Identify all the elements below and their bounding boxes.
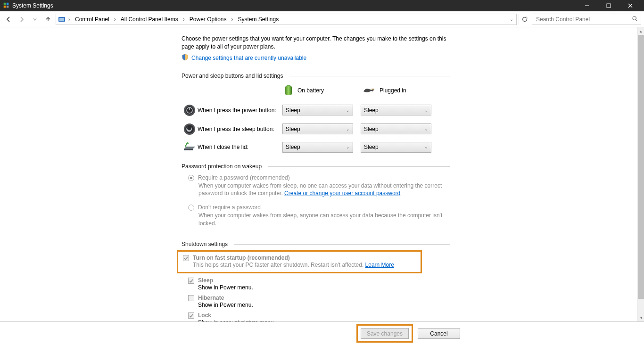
chevron-right-icon[interactable]: ›: [230, 16, 234, 23]
section-shutdown: Shutdown settings: [182, 241, 450, 247]
radio-require-password: Require a password (recommended): [188, 174, 628, 181]
checkbox[interactable]: [183, 255, 189, 261]
recent-dropdown-button[interactable]: [29, 14, 41, 25]
create-password-link[interactable]: Create or change your user account passw…: [284, 190, 400, 197]
power-plugged-dropdown[interactable]: Sleep⌄: [361, 105, 431, 115]
svg-line-11: [636, 19, 637, 21]
svg-rect-2: [4, 5, 6, 7]
section-power-buttons: Power and sleep buttons and lid settings: [182, 73, 450, 79]
checkbox-title: Turn on fast startup (recommended): [193, 255, 394, 261]
search-input[interactable]: [535, 16, 638, 23]
back-button[interactable]: [3, 14, 14, 25]
maximize-button[interactable]: [598, 0, 619, 11]
breadcrumb-power-options[interactable]: Power Options: [188, 16, 229, 23]
section-password: Password protection on wakeup: [182, 163, 450, 170]
lid-battery-dropdown[interactable]: Sleep⌄: [282, 142, 353, 153]
svg-rect-1: [7, 2, 8, 4]
dropdown-value: Sleep: [364, 107, 379, 114]
chevron-right-icon[interactable]: ›: [182, 16, 186, 23]
save-changes-button[interactable]: Save changes: [361, 328, 409, 339]
radio-button[interactable]: [188, 175, 194, 181]
chevron-down-icon: ⌄: [424, 108, 428, 113]
highlight-fast-startup: Turn on fast startup (recommended) This …: [177, 250, 422, 273]
chevron-right-icon[interactable]: ›: [67, 16, 71, 23]
radio-no-password-desc: When your computer wakes from sleep, any…: [198, 212, 448, 228]
plug-icon: [363, 86, 375, 96]
checkbox-lock: Lock Show in account picture menu.: [188, 312, 628, 321]
power-battery-dropdown[interactable]: Sleep⌄: [282, 105, 353, 115]
breadcrumb-control-panel[interactable]: Control Panel: [73, 16, 111, 23]
change-unavailable-link[interactable]: Change settings that are currently unava…: [191, 55, 306, 61]
svg-rect-9: [59, 18, 64, 21]
content-area: Choose the power settings that you want …: [0, 27, 637, 321]
learn-more-link[interactable]: Learn More: [365, 262, 394, 268]
row-sleep-label: When I press the sleep button:: [198, 126, 282, 132]
lid-plugged-dropdown[interactable]: Sleep⌄: [361, 142, 431, 153]
chevron-down-icon[interactable]: ⌄: [509, 16, 514, 22]
row-lid-label: When I close the lid:: [198, 144, 282, 150]
address-bar[interactable]: › Control Panel › All Control Panel Item…: [56, 14, 517, 25]
divider: [289, 76, 450, 76]
dropdown-value: Sleep: [286, 126, 300, 132]
row-power-label: When I press the power button:: [198, 107, 282, 114]
up-button[interactable]: [42, 14, 54, 25]
checkbox[interactable]: [188, 295, 194, 301]
svg-rect-5: [607, 4, 611, 8]
breadcrumb-all-items[interactable]: All Control Panel Items: [119, 16, 180, 23]
radio-label: Require a password (recommended): [198, 174, 290, 181]
checkbox-sub: Show in Power menu.: [198, 302, 253, 308]
highlight-save-button: Save changes: [356, 324, 413, 343]
svg-rect-13: [285, 86, 292, 95]
checkbox-sub: This helps start your PC faster after sh…: [193, 262, 394, 268]
vertical-scrollbar[interactable]: ▴ ▾: [637, 27, 644, 321]
radio-button[interactable]: [188, 205, 194, 211]
svg-point-10: [633, 16, 636, 20]
row-sleep-button: When I press the sleep button: Sleep⌄ Sl…: [182, 123, 628, 135]
sub-text: This helps start your PC faster after sh…: [193, 262, 365, 268]
checkbox-title: Hibernate: [198, 295, 253, 301]
checkbox-fast-startup: Turn on fast startup (recommended) This …: [183, 255, 418, 268]
svg-rect-0: [4, 2, 6, 4]
window-controls: [576, 0, 641, 11]
radio-label: Don't require a password: [198, 204, 261, 211]
minimize-button[interactable]: [576, 0, 598, 11]
refresh-button[interactable]: [519, 14, 530, 25]
navbar: › Control Panel › All Control Panel Item…: [0, 11, 644, 27]
row-power-button: When I press the power button: Sleep⌄ Sl…: [182, 104, 628, 116]
checkbox-sub: Show in Power menu.: [198, 284, 253, 291]
checkbox[interactable]: [188, 278, 194, 284]
page-description: Choose the power settings that you want …: [182, 35, 450, 51]
col-plugged-label: Plugged in: [380, 87, 406, 94]
radio-require-desc: When your computer wakes from sleep, no …: [198, 182, 448, 198]
scroll-up-button[interactable]: ▴: [638, 27, 644, 35]
lid-icon: [182, 142, 198, 152]
footer: Save changes Cancel: [0, 321, 644, 345]
section-title-text: Shutdown settings: [182, 241, 228, 247]
cancel-button[interactable]: Cancel: [418, 328, 460, 339]
col-battery-label: On battery: [297, 87, 324, 94]
dropdown-value: Sleep: [286, 107, 300, 114]
sleep-battery-dropdown[interactable]: Sleep⌄: [282, 123, 353, 134]
chevron-down-icon: ⌄: [346, 145, 350, 149]
column-plugged-in: Plugged in: [363, 84, 441, 98]
sleep-plugged-dropdown[interactable]: Sleep⌄: [361, 123, 431, 134]
close-button[interactable]: [619, 0, 641, 11]
breadcrumb-system-settings[interactable]: System Settings: [236, 16, 281, 23]
sleep-button-icon: [182, 123, 198, 135]
forward-button[interactable]: [16, 14, 27, 25]
scrollbar-thumb[interactable]: [638, 35, 644, 299]
checkbox-hibernate: Hibernate Show in Power menu.: [188, 295, 628, 308]
section-title-text: Password protection on wakeup: [182, 163, 262, 170]
shield-icon: [182, 54, 189, 62]
scroll-down-button[interactable]: ▾: [638, 314, 644, 321]
search-box[interactable]: [532, 14, 641, 25]
checkbox[interactable]: [188, 312, 194, 319]
power-button-icon: [182, 104, 198, 116]
svg-rect-14: [372, 89, 374, 90]
dropdown-value: Sleep: [286, 144, 300, 150]
control-panel-icon: [58, 16, 66, 23]
chevron-right-icon[interactable]: ›: [113, 16, 117, 23]
radio-no-password: Don't require a password: [188, 204, 628, 211]
chevron-down-icon: ⌄: [424, 145, 428, 149]
divider: [268, 166, 450, 167]
